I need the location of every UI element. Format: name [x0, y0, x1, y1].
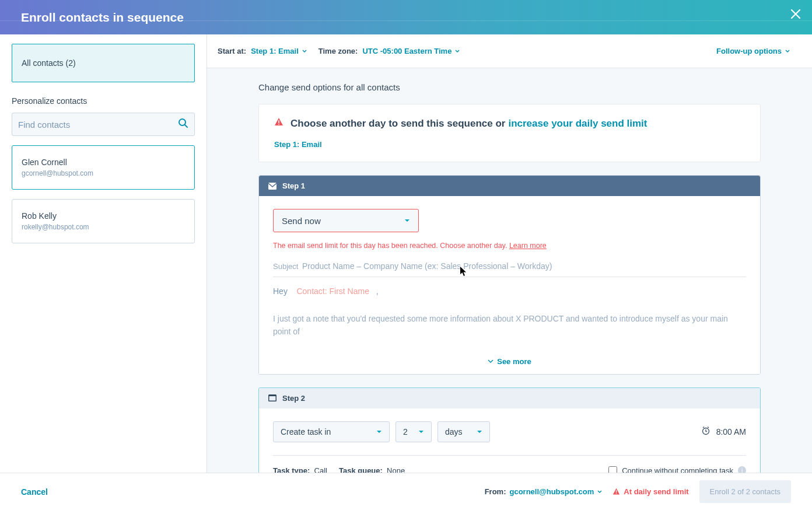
body-paragraph: I just got a note that you'd requested s… — [273, 312, 746, 338]
delay-unit-select[interactable]: days — [438, 421, 490, 442]
search-wrap — [12, 113, 195, 136]
delay-number-select[interactable]: 2 — [396, 421, 432, 442]
toolbar: Start at: Step 1: Email Time zone: UTC -… — [207, 34, 812, 68]
close-icon[interactable] — [790, 8, 802, 22]
chevron-down-icon — [455, 49, 460, 54]
step-2-card: Step 2 Create task in 2 days — [258, 387, 761, 473]
modal-header: Enroll contacts in sequence — [0, 0, 812, 34]
start-at-dropdown[interactable]: Step 1: Email — [251, 47, 307, 55]
main-area: Start at: Step 1: Email Time zone: UTC -… — [207, 34, 812, 473]
body-greeting: Hey — [273, 287, 288, 296]
subject-label: Subject — [273, 262, 302, 271]
chevron-down-icon — [785, 49, 790, 54]
first-name-token[interactable]: Contact: First Name — [296, 287, 369, 296]
task-time[interactable]: 8:00 AM — [716, 427, 746, 436]
chevron-down-icon — [376, 429, 382, 435]
task-type-value: Call — [314, 466, 327, 473]
contact-email: gcornell@hubspot.com — [22, 169, 185, 177]
warning-step-link[interactable]: Step 1: Email — [274, 140, 745, 149]
increase-limit-link[interactable]: increase your daily send limit — [508, 118, 647, 130]
step-1-label: Step 1 — [282, 181, 305, 190]
alarm-icon — [701, 426, 710, 437]
timezone-dropdown[interactable]: UTC -05:00 Eastern Time — [362, 47, 460, 55]
continue-checkbox[interactable] — [608, 466, 617, 473]
warning-text: Choose another day to send this sequence… — [290, 118, 505, 130]
see-more-toggle[interactable]: See more — [259, 351, 760, 374]
email-body-editor[interactable]: Hey Contact: First Name , I just got a n… — [273, 277, 746, 338]
info-icon[interactable]: i — [738, 466, 746, 473]
svg-rect-2 — [278, 124, 279, 125]
svg-rect-1 — [278, 120, 279, 123]
timezone-label: Time zone: — [318, 47, 358, 55]
step-1-card: Step 1 Send now The email send limit for… — [258, 175, 761, 375]
search-input[interactable] — [18, 120, 178, 130]
search-icon[interactable] — [178, 118, 188, 131]
content-scroll[interactable]: Change send options for all contacts Cho… — [207, 68, 812, 473]
send-time-value: Send now — [282, 216, 321, 226]
warning-icon — [274, 117, 284, 130]
contact-name: Glen Cornell — [22, 158, 185, 167]
window-icon — [268, 394, 276, 401]
email-icon — [268, 183, 276, 190]
continue-label: Continue without completing task — [622, 466, 733, 473]
step-1-header: Step 1 — [259, 176, 760, 196]
start-at-label: Start at: — [218, 47, 246, 55]
page-title: Enroll contacts in sequence — [21, 11, 184, 25]
learn-more-link[interactable]: Learn more — [509, 242, 547, 250]
chevron-down-icon — [477, 429, 482, 435]
send-limit-error: The email send limit for this day has be… — [273, 242, 746, 250]
step-2-label: Step 2 — [282, 394, 305, 403]
contact-email: rokelly@hubspot.com — [22, 223, 185, 231]
create-task-select[interactable]: Create task in — [273, 421, 390, 442]
personalize-label: Personalize contacts — [12, 96, 195, 106]
contact-card-1[interactable]: Rob Kelly rokelly@hubspot.com — [12, 199, 195, 243]
send-time-select[interactable]: Send now — [273, 209, 419, 232]
all-contacts-tab[interactable]: All contacts (2) — [12, 44, 195, 82]
chevron-down-icon — [404, 218, 410, 223]
task-queue-value: None — [387, 466, 405, 473]
subject-input[interactable]: Product Name – Company Name (ex: Sales P… — [302, 261, 746, 271]
sidebar: All contacts (2) Personalize contacts Gl… — [0, 34, 207, 473]
send-options-heading: Change send options for all contacts — [258, 82, 761, 92]
chevron-down-icon — [302, 49, 307, 54]
chevron-down-icon — [488, 358, 494, 364]
chevron-down-icon — [418, 429, 424, 435]
svg-rect-3 — [268, 183, 276, 190]
warning-card: Choose another day to send this sequence… — [258, 104, 761, 162]
followup-options-dropdown[interactable]: Follow-up options — [716, 47, 790, 55]
task-queue-label: Task queue: — [339, 466, 383, 473]
contact-card-0[interactable]: Glen Cornell gcornell@hubspot.com — [12, 145, 195, 190]
contact-name: Rob Kelly — [22, 211, 185, 221]
step-2-header: Step 2 — [259, 388, 760, 408]
task-type-label: Task type: — [273, 466, 310, 473]
svg-rect-5 — [270, 396, 276, 401]
all-contacts-label: All contacts (2) — [22, 58, 76, 68]
